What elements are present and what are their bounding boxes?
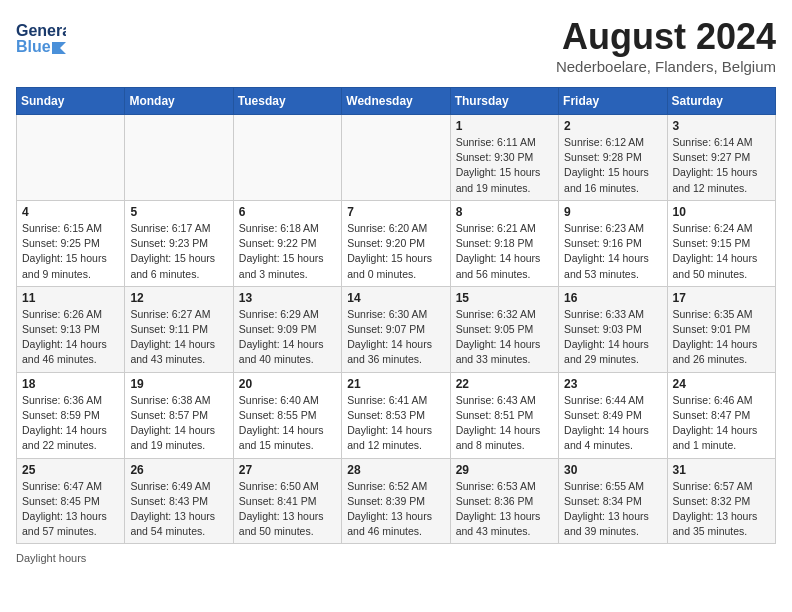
- day-number: 11: [22, 291, 119, 305]
- calendar-dow-tuesday: Tuesday: [233, 88, 341, 115]
- calendar-cell: [125, 115, 233, 201]
- calendar-cell: 5Sunrise: 6:17 AM Sunset: 9:23 PM Daylig…: [125, 200, 233, 286]
- calendar-cell: 26Sunrise: 6:49 AM Sunset: 8:43 PM Dayli…: [125, 458, 233, 544]
- title-block: August 2024 Nederboelare, Flanders, Belg…: [556, 16, 776, 75]
- day-info: Sunrise: 6:30 AM Sunset: 9:07 PM Dayligh…: [347, 307, 444, 368]
- calendar-dow-saturday: Saturday: [667, 88, 775, 115]
- day-info: Sunrise: 6:52 AM Sunset: 8:39 PM Dayligh…: [347, 479, 444, 540]
- day-number: 14: [347, 291, 444, 305]
- calendar-cell: 22Sunrise: 6:43 AM Sunset: 8:51 PM Dayli…: [450, 372, 558, 458]
- day-info: Sunrise: 6:18 AM Sunset: 9:22 PM Dayligh…: [239, 221, 336, 282]
- day-number: 19: [130, 377, 227, 391]
- daylight-note: Daylight hours: [16, 552, 86, 564]
- month-year-title: August 2024: [556, 16, 776, 58]
- calendar-dow-wednesday: Wednesday: [342, 88, 450, 115]
- day-number: 29: [456, 463, 553, 477]
- day-info: Sunrise: 6:32 AM Sunset: 9:05 PM Dayligh…: [456, 307, 553, 368]
- day-number: 24: [673, 377, 770, 391]
- calendar-week-row: 1Sunrise: 6:11 AM Sunset: 9:30 PM Daylig…: [17, 115, 776, 201]
- svg-text:Blue: Blue: [16, 38, 51, 55]
- logo: General Blue: [16, 16, 66, 58]
- day-info: Sunrise: 6:50 AM Sunset: 8:41 PM Dayligh…: [239, 479, 336, 540]
- day-info: Sunrise: 6:41 AM Sunset: 8:53 PM Dayligh…: [347, 393, 444, 454]
- calendar-cell: 25Sunrise: 6:47 AM Sunset: 8:45 PM Dayli…: [17, 458, 125, 544]
- calendar-cell: 12Sunrise: 6:27 AM Sunset: 9:11 PM Dayli…: [125, 286, 233, 372]
- day-number: 3: [673, 119, 770, 133]
- calendar-cell: 4Sunrise: 6:15 AM Sunset: 9:25 PM Daylig…: [17, 200, 125, 286]
- logo-icon: General Blue: [16, 16, 66, 58]
- calendar-cell: 21Sunrise: 6:41 AM Sunset: 8:53 PM Dayli…: [342, 372, 450, 458]
- day-number: 22: [456, 377, 553, 391]
- calendar-cell: 20Sunrise: 6:40 AM Sunset: 8:55 PM Dayli…: [233, 372, 341, 458]
- day-number: 4: [22, 205, 119, 219]
- day-number: 9: [564, 205, 661, 219]
- calendar-dow-thursday: Thursday: [450, 88, 558, 115]
- day-info: Sunrise: 6:26 AM Sunset: 9:13 PM Dayligh…: [22, 307, 119, 368]
- day-number: 23: [564, 377, 661, 391]
- svg-marker-2: [52, 42, 66, 54]
- day-number: 1: [456, 119, 553, 133]
- day-number: 12: [130, 291, 227, 305]
- calendar-table: SundayMondayTuesdayWednesdayThursdayFrid…: [16, 87, 776, 544]
- day-info: Sunrise: 6:44 AM Sunset: 8:49 PM Dayligh…: [564, 393, 661, 454]
- calendar-week-row: 25Sunrise: 6:47 AM Sunset: 8:45 PM Dayli…: [17, 458, 776, 544]
- calendar-cell: 1Sunrise: 6:11 AM Sunset: 9:30 PM Daylig…: [450, 115, 558, 201]
- day-number: 8: [456, 205, 553, 219]
- calendar-dow-monday: Monday: [125, 88, 233, 115]
- day-number: 20: [239, 377, 336, 391]
- day-info: Sunrise: 6:11 AM Sunset: 9:30 PM Dayligh…: [456, 135, 553, 196]
- day-info: Sunrise: 6:57 AM Sunset: 8:32 PM Dayligh…: [673, 479, 770, 540]
- svg-text:General: General: [16, 22, 66, 39]
- day-number: 31: [673, 463, 770, 477]
- calendar-cell: 8Sunrise: 6:21 AM Sunset: 9:18 PM Daylig…: [450, 200, 558, 286]
- day-number: 16: [564, 291, 661, 305]
- calendar-cell: 24Sunrise: 6:46 AM Sunset: 8:47 PM Dayli…: [667, 372, 775, 458]
- calendar-cell: [233, 115, 341, 201]
- day-number: 28: [347, 463, 444, 477]
- day-info: Sunrise: 6:43 AM Sunset: 8:51 PM Dayligh…: [456, 393, 553, 454]
- calendar-cell: 7Sunrise: 6:20 AM Sunset: 9:20 PM Daylig…: [342, 200, 450, 286]
- calendar-cell: 16Sunrise: 6:33 AM Sunset: 9:03 PM Dayli…: [559, 286, 667, 372]
- day-info: Sunrise: 6:49 AM Sunset: 8:43 PM Dayligh…: [130, 479, 227, 540]
- day-info: Sunrise: 6:14 AM Sunset: 9:27 PM Dayligh…: [673, 135, 770, 196]
- day-number: 6: [239, 205, 336, 219]
- calendar-week-row: 18Sunrise: 6:36 AM Sunset: 8:59 PM Dayli…: [17, 372, 776, 458]
- day-number: 21: [347, 377, 444, 391]
- day-info: Sunrise: 6:27 AM Sunset: 9:11 PM Dayligh…: [130, 307, 227, 368]
- calendar-cell: 11Sunrise: 6:26 AM Sunset: 9:13 PM Dayli…: [17, 286, 125, 372]
- day-number: 17: [673, 291, 770, 305]
- calendar-dow-friday: Friday: [559, 88, 667, 115]
- day-info: Sunrise: 6:40 AM Sunset: 8:55 PM Dayligh…: [239, 393, 336, 454]
- day-info: Sunrise: 6:53 AM Sunset: 8:36 PM Dayligh…: [456, 479, 553, 540]
- calendar-cell: 6Sunrise: 6:18 AM Sunset: 9:22 PM Daylig…: [233, 200, 341, 286]
- day-info: Sunrise: 6:29 AM Sunset: 9:09 PM Dayligh…: [239, 307, 336, 368]
- calendar-week-row: 4Sunrise: 6:15 AM Sunset: 9:25 PM Daylig…: [17, 200, 776, 286]
- calendar-cell: [342, 115, 450, 201]
- calendar-cell: 29Sunrise: 6:53 AM Sunset: 8:36 PM Dayli…: [450, 458, 558, 544]
- calendar-cell: 18Sunrise: 6:36 AM Sunset: 8:59 PM Dayli…: [17, 372, 125, 458]
- calendar-cell: 30Sunrise: 6:55 AM Sunset: 8:34 PM Dayli…: [559, 458, 667, 544]
- calendar-cell: 10Sunrise: 6:24 AM Sunset: 9:15 PM Dayli…: [667, 200, 775, 286]
- day-number: 10: [673, 205, 770, 219]
- calendar-dow-sunday: Sunday: [17, 88, 125, 115]
- day-number: 27: [239, 463, 336, 477]
- location-subtitle: Nederboelare, Flanders, Belgium: [556, 58, 776, 75]
- day-info: Sunrise: 6:21 AM Sunset: 9:18 PM Dayligh…: [456, 221, 553, 282]
- day-info: Sunrise: 6:24 AM Sunset: 9:15 PM Dayligh…: [673, 221, 770, 282]
- day-number: 15: [456, 291, 553, 305]
- calendar-cell: 23Sunrise: 6:44 AM Sunset: 8:49 PM Dayli…: [559, 372, 667, 458]
- calendar-cell: 17Sunrise: 6:35 AM Sunset: 9:01 PM Dayli…: [667, 286, 775, 372]
- page-header: General Blue August 2024 Nederboelare, F…: [16, 16, 776, 75]
- calendar-cell: 2Sunrise: 6:12 AM Sunset: 9:28 PM Daylig…: [559, 115, 667, 201]
- calendar-cell: 13Sunrise: 6:29 AM Sunset: 9:09 PM Dayli…: [233, 286, 341, 372]
- footer-note: Daylight hours: [16, 552, 776, 564]
- calendar-cell: 19Sunrise: 6:38 AM Sunset: 8:57 PM Dayli…: [125, 372, 233, 458]
- day-info: Sunrise: 6:38 AM Sunset: 8:57 PM Dayligh…: [130, 393, 227, 454]
- day-info: Sunrise: 6:33 AM Sunset: 9:03 PM Dayligh…: [564, 307, 661, 368]
- day-info: Sunrise: 6:15 AM Sunset: 9:25 PM Dayligh…: [22, 221, 119, 282]
- day-number: 25: [22, 463, 119, 477]
- day-number: 7: [347, 205, 444, 219]
- day-info: Sunrise: 6:20 AM Sunset: 9:20 PM Dayligh…: [347, 221, 444, 282]
- day-info: Sunrise: 6:47 AM Sunset: 8:45 PM Dayligh…: [22, 479, 119, 540]
- day-number: 5: [130, 205, 227, 219]
